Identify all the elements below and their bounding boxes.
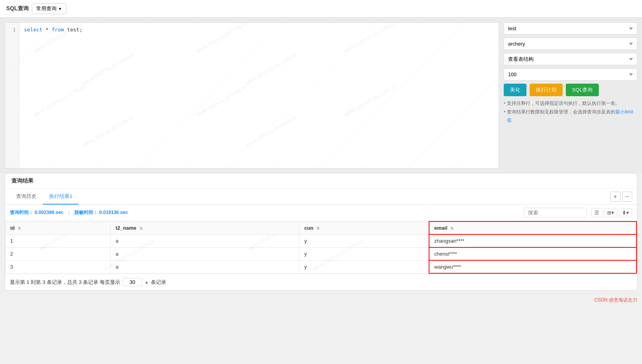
result-toolbar: 查询时间： 0.002386 sec | 脱敏时间： 0.019136 sec … [5,205,637,221]
limit-select[interactable]: 100 200 500 1000 [504,68,637,80]
sql-query-button[interactable]: SQL查询 [566,84,599,96]
query-time-stat: 查询时间： 0.002386 sec [10,209,64,216]
top-bar: SQL查询 常用查询 ▼ [0,0,642,18]
tabs-bar: 查询历史 执行结果1 + − [5,189,637,205]
col-email: email ⇅ [429,221,636,234]
csdn-footer: CSDN @意海还念力 [0,295,642,305]
table-select[interactable]: archery [504,38,637,50]
export-button[interactable]: ⬇▾ [619,208,632,217]
table-row: 2aychensi**** [6,247,637,260]
cell-cun: y [299,247,429,260]
data-table: id ⇅ t2_name ⇅ cun ⇅ email ⇅ 1ayzhangsan… [5,221,637,274]
main-layout: admin 2023-01-15 14:09:13admin 2023-01-1… [0,18,642,173]
cell-t2_name: a [111,247,299,260]
tips-link: 最小limit值 [507,109,633,123]
cell-id: 1 [6,234,111,247]
lock-time-stat: 脱敏时间： 0.019136 sec [74,209,128,216]
cell-t2_name: a [111,260,299,273]
results-section: 查询结果 查询历史 执行结果1 + − 查询时间： 0.002386 sec |… [5,173,637,291]
col-id: id ⇅ [6,221,111,234]
common-query-button[interactable]: 常用查询 ▼ [32,3,66,14]
table-body: 1ayzhangsan****2aychensi****3aywangwu***… [6,234,637,273]
table-view-button[interactable]: ☰ [591,208,602,217]
col-cun: cun ⇅ [299,221,429,234]
action-buttons: 美化 执行计划 SQL查询 [504,84,637,96]
cell-t2_name: a [111,234,299,247]
cell-cun: y [299,234,429,247]
table-row: 1ayzhangsan**** [6,234,637,247]
pagination-bar: 显示第 1 到第 3 条记录，总共 3 条记录 每页显示 ▲ 条记录 [5,274,637,290]
code-area[interactable]: select * from test; [19,23,499,168]
sql-keyword-select: select [24,27,42,33]
right-panel: test archery 查看表结构 100 200 500 1000 美化 执… [504,22,637,168]
cell-id: 2 [6,247,111,260]
database-select[interactable]: test [504,22,637,35]
table-row: 3aywangwu**** [6,260,637,273]
cell-id: 3 [6,260,111,273]
results-header: 查询结果 [5,174,637,189]
view-buttons: ☰ ⊞▾ ⬇▾ [591,208,632,217]
sql-table-name: test; [67,27,83,33]
cell-email: zhangsan**** [429,234,636,247]
sql-query-label: SQL查询 [6,5,29,12]
editor-area: admin 2023-01-15 14:09:13admin 2023-01-1… [5,22,499,168]
grid-view-button[interactable]: ⊞▾ [604,208,617,217]
editor-content: 1 select * from test; [5,23,499,168]
tab-plus-minus: + − [610,192,632,202]
plan-button[interactable]: 执行计划 [530,84,563,96]
col-t2-name: t2_name ⇅ [111,221,299,234]
sql-star: * [46,27,52,33]
table-container: admin 2023-01-15 14:09:13admin 2023-01-1… [5,221,637,274]
tips-section: • 支持注释行，可选择指定语句执行，默认执行第一条; • 查询结果行数限制见权限… [504,99,637,125]
beautify-button[interactable]: 美化 [504,84,526,96]
tab-result[interactable]: 执行结果1 [43,189,79,205]
page-size-input[interactable] [123,278,142,286]
sql-keyword-from: from [51,27,64,33]
cell-email: chensi**** [429,247,636,260]
line-numbers: 1 [5,23,19,168]
cell-cun: y [299,260,429,273]
tab-history[interactable]: 查询历史 [10,189,43,205]
tab-add-button[interactable]: + [610,192,620,202]
tab-remove-button[interactable]: − [622,192,632,202]
view-structure-select[interactable]: 查看表结构 [504,53,637,65]
search-input[interactable] [524,208,587,218]
cell-email: wangwu**** [429,260,636,273]
table-header-row: id ⇅ t2_name ⇅ cun ⇅ email ⇅ [6,221,637,234]
